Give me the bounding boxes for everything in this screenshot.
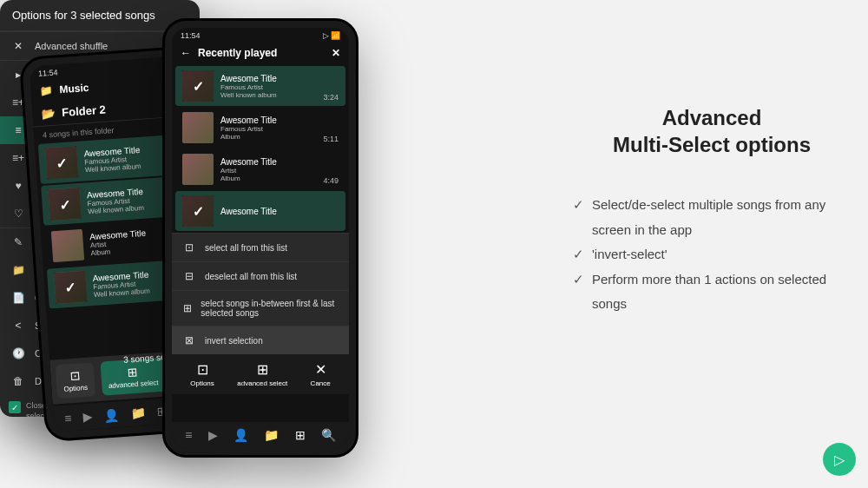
option-label: Advanced shuffle (35, 41, 108, 51)
album-art (182, 112, 214, 143)
folder-outline-icon: 📂 (41, 107, 56, 121)
song-title: Awesome Title (220, 157, 316, 167)
nav-search-icon[interactable]: 🔍 (321, 428, 336, 442)
menu-item-label: select all from this list (205, 243, 287, 253)
song-row[interactable]: Awesome TitleFamous ArtistAlbum 5:11 (175, 108, 345, 148)
screen-header: ← Recently played ✕ (172, 42, 349, 64)
song-duration: 4:49 (323, 176, 339, 185)
back-icon[interactable]: ← (181, 47, 191, 59)
option-icon: ≡+ (12, 152, 24, 164)
album-art (45, 146, 78, 179)
marketing-bullets: Select/de-select multiple songs from any… (573, 193, 851, 317)
option-icon: 📁 (12, 264, 24, 276)
option-icon: ✎ (12, 236, 24, 248)
album-art (182, 154, 214, 185)
option-icon: ✕ (12, 40, 24, 52)
marketing-copy: AdvancedMulti-Select options Select/de-s… (573, 104, 851, 317)
song-row[interactable]: Awesome TitleArtistAlbum 4:49 (175, 149, 345, 189)
bottom-nav: ≡ ▶ 👤 📁 ⊞ 🔍 (172, 422, 349, 448)
header-title: Music (59, 82, 89, 96)
nav-folder-icon[interactable]: 📁 (264, 428, 279, 442)
song-duration: 3:24 (323, 93, 339, 102)
option-icon: 🗑 (12, 375, 24, 387)
option-icon: 🕐 (12, 347, 24, 359)
nav-user-icon[interactable]: 👤 (233, 428, 248, 442)
options-button[interactable]: ⊡Options (190, 361, 214, 387)
option-icon: ♡ (12, 208, 24, 220)
menu-item-icon: ⊠ (182, 334, 196, 346)
album-art (182, 195, 214, 227)
status-time: 11:54 (38, 68, 58, 78)
select-menu-item[interactable]: ⊞select songs in-between first & last se… (172, 290, 349, 326)
menu-item-icon: ⊞ (182, 302, 192, 314)
action-bar: ⊡Options ⊞advanced select ✕Cance (172, 354, 349, 394)
nav-user-icon[interactable]: 👤 (104, 407, 120, 422)
folder-name: Folder 2 (62, 103, 107, 119)
song-title: Awesome Title (220, 207, 332, 216)
menu-item-icon: ⊟ (182, 270, 196, 282)
song-artist: Artist (220, 167, 316, 175)
album-art (182, 70, 214, 102)
album-art (54, 271, 87, 304)
song-artist: Famous Artist (220, 83, 316, 91)
advanced-select-button[interactable]: ⊞advanced select (237, 361, 287, 387)
cancel-button[interactable]: ✕Cance (311, 361, 331, 387)
option-icon: ≡ (12, 124, 24, 136)
select-menu-item[interactable]: ⊠invert selection (172, 326, 349, 354)
song-row[interactable]: Awesome TitleFamous ArtistWell known alb… (175, 66, 345, 106)
brand-logo: ▷ (823, 443, 856, 476)
option-icon: 📄 (12, 292, 24, 304)
marketing-bullet: 'invert-select' (573, 242, 851, 267)
phone-center: 11:54 ▷📶 ← Recently played ✕ Awesome Tit… (165, 21, 356, 455)
option-icon: < (12, 320, 24, 332)
song-title: Awesome Title (220, 115, 316, 125)
select-menu-item[interactable]: ⊟deselect all from this list (172, 261, 349, 290)
menu-item-icon: ⊡ (182, 241, 196, 254)
song-album: Well known album (220, 91, 316, 99)
marketing-title: AdvancedMulti-Select options (573, 104, 851, 158)
nav-folder-icon[interactable]: 📁 (130, 406, 146, 420)
menu-item-label: select songs in-between first & last sel… (201, 299, 339, 318)
song-album: Album (220, 133, 316, 141)
album-art (51, 229, 84, 262)
header-title: Recently played (198, 47, 277, 59)
status-time: 11:54 (181, 31, 201, 40)
song-duration: 5:11 (323, 135, 339, 143)
shuffle-icon[interactable]: ✕ (332, 47, 340, 59)
option-icon: ≡+ (12, 96, 24, 109)
song-row[interactable]: Awesome Title (175, 191, 345, 231)
status-bar: 11:54 ▷📶 (172, 28, 349, 42)
nav-play-icon[interactable]: ▶ (82, 409, 93, 424)
marketing-bullet: Perform more than 1 actions on selected … (573, 267, 851, 317)
folder-icon: 📁 (39, 84, 53, 97)
song-title: Awesome Title (220, 74, 316, 83)
marketing-bullet: Select/de-select multiple songs from any… (573, 193, 851, 242)
nav-play-icon[interactable]: ▶ (208, 428, 218, 442)
option-icon: ♥ (12, 180, 24, 192)
select-menu-item[interactable]: ⊡select all from this list (172, 233, 349, 261)
song-artist: Famous Artist (220, 125, 316, 133)
nav-list-icon[interactable]: ≡ (64, 411, 72, 425)
song-album: Album (220, 175, 316, 182)
nav-library-icon[interactable]: ⊞ (295, 428, 306, 442)
options-button[interactable]: ⊡Options (56, 362, 95, 399)
menu-item-label: deselect all from this list (205, 272, 297, 281)
advanced-select-menu: ⊡select all from this list⊟deselect all … (172, 233, 349, 354)
album-art (48, 188, 81, 221)
menu-item-label: invert selection (205, 336, 263, 346)
checkbox-icon: ✓ (9, 401, 21, 413)
status-icon: ▷ (323, 31, 329, 40)
nav-list-icon[interactable]: ≡ (185, 428, 192, 442)
